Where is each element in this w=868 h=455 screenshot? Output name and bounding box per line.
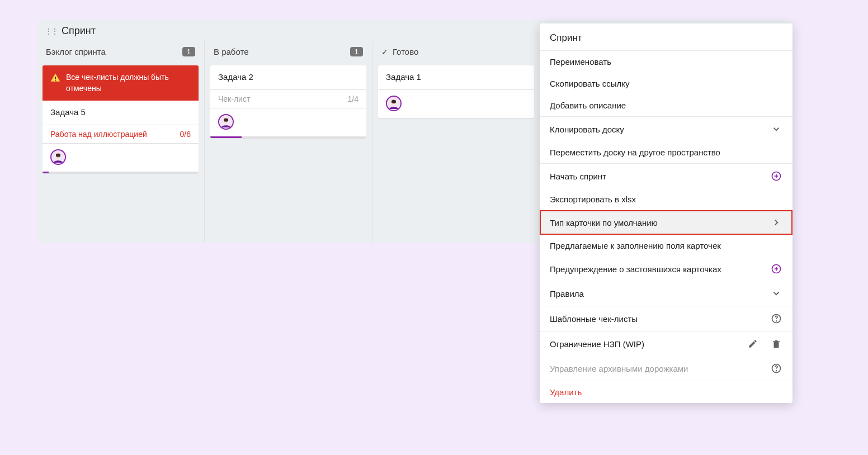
card[interactable]: Все чек-листы должны быть отмечены Задач…: [43, 65, 199, 173]
menu-item-wip-limit[interactable]: Ограничение НЗП (WIP): [540, 331, 792, 356]
warning-icon: [50, 73, 60, 86]
menu-item-start-sprint[interactable]: Начать спринт: [540, 163, 792, 188]
card-progress: [210, 136, 366, 138]
column-backlog: Бэклог спринта 1 Все чек-листы должны бы…: [37, 41, 205, 243]
checklist-label: Работа над иллюстрацией: [50, 130, 147, 139]
chevron-down-icon: [770, 287, 782, 300]
help-icon: [770, 312, 782, 325]
avatar[interactable]: [50, 149, 66, 165]
column-count-badge: 1: [350, 47, 363, 56]
avatar[interactable]: [386, 96, 402, 111]
column-header[interactable]: Бэклог спринта 1: [37, 41, 204, 62]
trash-icon[interactable]: [770, 338, 782, 350]
column-title: В работе: [214, 47, 346, 56]
menu-item-default-card-type[interactable]: Тип карточки по умолчанию: [540, 210, 792, 235]
menu-item-add-description[interactable]: Добавить описание: [540, 94, 792, 116]
pencil-icon[interactable]: [747, 338, 759, 350]
card-title: Задача 5: [50, 107, 191, 117]
card-checklist[interactable]: Чек-лист 1/4: [210, 89, 366, 108]
menu-item-rename[interactable]: Переименовать: [540, 51, 792, 73]
menu-item-suggested-fields[interactable]: Предлагаемые к заполнению поля карточек: [540, 235, 792, 257]
checklist-count: 1/4: [348, 94, 358, 103]
column-header[interactable]: ✓ Готово: [372, 41, 540, 62]
card-checklist[interactable]: Работа над иллюстрацией 0/6: [43, 125, 199, 144]
card-warning-text: Все чек-листы должны быть отмечены: [66, 72, 191, 94]
plus-circle-icon: [770, 263, 782, 275]
card-progress: [43, 172, 199, 173]
card-body: Задача 2: [210, 65, 366, 89]
card-warning-banner: Все чек-листы должны быть отмечены: [43, 65, 199, 101]
card-body: Задача 5: [43, 101, 199, 125]
chevron-right-icon: [770, 216, 782, 229]
menu-item-stale-warning[interactable]: Предупреждение о застоявшихся карточках: [540, 257, 792, 281]
menu-item-copy-link[interactable]: Скопировать ссылку: [540, 73, 792, 94]
avatar[interactable]: [218, 114, 234, 130]
card[interactable]: Задача 2 Чек-лист 1/4: [210, 65, 366, 138]
menu-item-clone-board[interactable]: Клонировать доску: [540, 116, 792, 141]
column-done: ✓ Готово Задача 1: [372, 41, 540, 243]
column-header[interactable]: В работе 1: [205, 41, 372, 62]
column-title: Готово: [393, 47, 531, 56]
svg-point-18: [776, 321, 777, 321]
checklist-count: 0/6: [180, 130, 191, 139]
column-count-badge: 1: [182, 47, 195, 56]
menu-item-template-checklists[interactable]: Шаблонные чек-листы: [540, 306, 792, 331]
plus-circle-icon: [770, 170, 782, 182]
help-icon: [770, 362, 782, 375]
menu-item-rules[interactable]: Правила: [540, 281, 792, 306]
check-icon: ✓: [381, 48, 388, 56]
checklist-label: Чек-лист: [218, 94, 250, 103]
card-title: Задача 1: [386, 72, 526, 82]
column-in-progress: В работе 1 Задача 2 Чек-лист 1/4: [205, 41, 372, 243]
card-body: Задача 1: [378, 65, 534, 89]
svg-point-20: [776, 371, 777, 371]
menu-item-export-xlsx[interactable]: Экспортировать в xlsx: [540, 188, 792, 210]
dropdown-title: Спринт: [540, 23, 792, 51]
card[interactable]: Задача 1: [378, 65, 534, 118]
card-footer: [378, 89, 534, 118]
menu-item-delete[interactable]: Удалить: [540, 381, 792, 403]
column-title: Бэклог спринта: [46, 47, 178, 56]
card-footer: [210, 108, 366, 136]
drag-handle-icon[interactable]: ⋮⋮: [45, 27, 57, 35]
menu-item-archive-lanes: Управление архивными дорожками: [540, 356, 792, 381]
menu-item-move-board[interactable]: Переместить доску на другое пространство: [540, 141, 792, 163]
card-title: Задача 2: [218, 72, 358, 82]
chevron-down-icon: [770, 123, 782, 135]
board-menu-dropdown: Спринт Переименовать Скопировать ссылку …: [540, 23, 792, 403]
card-footer: [43, 144, 199, 172]
